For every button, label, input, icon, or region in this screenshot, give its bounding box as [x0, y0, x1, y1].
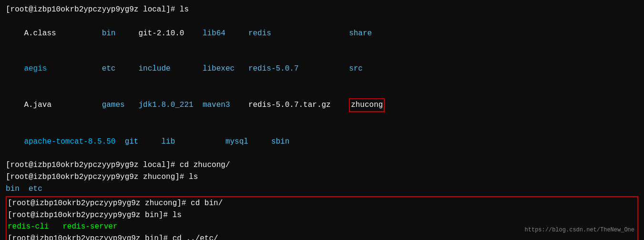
line-cd-bin: [root@izbp10okrb2ypczyyp9yg9z zhucong]# … — [8, 198, 636, 209]
col-redis: redis — [248, 29, 349, 38]
col-maven3: maven3 — [203, 101, 248, 109]
col-lib: lib — [161, 137, 225, 146]
col-sbin: sbin — [271, 137, 289, 146]
line-1: [root@izbp10okrb2ypczyyp9yg9z local]# ls — [6, 4, 638, 16]
col-redis507: redis-5.0.7 — [248, 64, 349, 73]
line-bin-etc: bin etc — [6, 183, 638, 195]
line-ls-zhucong: [root@izbp10okrb2ypczyyp9yg9z zhucong]# … — [6, 171, 638, 183]
col-zhucong: zhucong — [349, 98, 385, 112]
col-git: git-2.10.0 — [138, 29, 202, 38]
col-aegis: aegis — [24, 64, 102, 73]
col-mysql: mysql — [225, 137, 271, 146]
ls-row-1: A.class bin git-2.10.0 lib64 redis share — [6, 16, 638, 51]
terminal: [root@izbp10okrb2ypczyyp9yg9z local]# ls… — [6, 4, 638, 236]
col-etc: etc — [102, 64, 139, 73]
col-bin: bin — [102, 29, 139, 38]
ls-row-2: aegis etc include libexec redis-5.0.7 sr… — [6, 51, 638, 86]
col-src: src — [349, 64, 363, 73]
col-libexec: libexec — [203, 64, 248, 73]
col-games: games — [102, 101, 139, 109]
col-ajava: A.java — [24, 101, 102, 109]
col-share: share — [349, 29, 372, 38]
line-ls-bin: [root@izbp10okrb2ypczyyp9yg9z bin]# ls — [8, 209, 636, 221]
ls-row-3: A.java games jdk1.8.0_221 maven3 redis-5… — [6, 87, 638, 124]
ls-row-4: apache-tomcat-8.5.50 git lib mysql sbin — [6, 124, 638, 159]
col-jdk: jdk1.8.0_221 — [138, 101, 202, 109]
line-cd-etc: [root@izbp10okrb2ypczyyp9yg9z bin]# cd .… — [8, 233, 636, 240]
col-lib64: lib64 — [203, 29, 248, 38]
col-aclass: A.class — [24, 29, 102, 38]
watermark: https://blog.csdn.net/TheNew_One — [525, 227, 634, 233]
col-redis-tar: redis-5.0.7.tar.gz — [248, 101, 349, 109]
line-cd-zhucong: [root@izbp10okrb2ypczyyp9yg9z local]# cd… — [6, 159, 638, 171]
col-tomcat: apache-tomcat-8.5.50 — [24, 137, 124, 146]
col-include: include — [138, 64, 202, 73]
col-git: git — [125, 137, 162, 146]
section-box-1: [root@izbp10okrb2ypczyyp9yg9z zhucong]# … — [6, 196, 638, 240]
